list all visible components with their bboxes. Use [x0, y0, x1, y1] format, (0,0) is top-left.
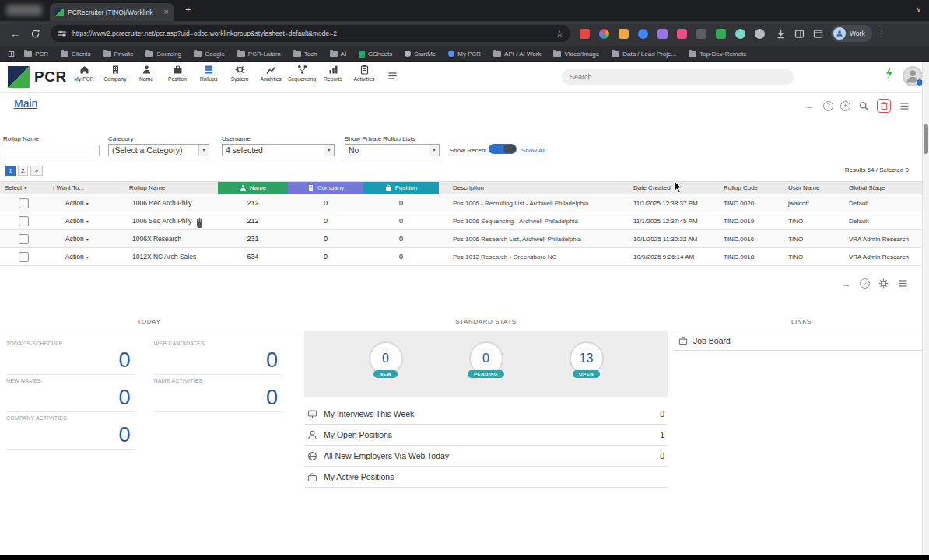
bookmark-item[interactable]: GSheets	[359, 51, 392, 58]
extension-icon[interactable]	[716, 29, 726, 39]
stat-circle-open[interactable]: 13 OPEN	[552, 341, 622, 397]
refresh-button[interactable]	[30, 29, 40, 39]
company-count-cell[interactable]: 0	[288, 217, 363, 225]
name-count-cell[interactable]: 212	[218, 199, 288, 207]
app-logo[interactable]: PCR	[8, 66, 67, 88]
stat-item-open-positions[interactable]: My Open Positions 1	[304, 425, 668, 446]
name-count-cell[interactable]: 231	[218, 235, 288, 243]
rollup-name-cell[interactable]: 1006X Research	[124, 235, 218, 243]
search-icon[interactable]	[857, 100, 870, 113]
bookmark-item[interactable]: AI	[330, 51, 347, 58]
row-checkbox[interactable]	[19, 252, 29, 262]
position-count-cell[interactable]: 0	[363, 199, 439, 207]
action-dropdown[interactable]: Action▾	[48, 199, 124, 207]
extension-icon[interactable]	[735, 29, 745, 39]
settings-gear-icon[interactable]	[877, 277, 889, 290]
row-checkbox[interactable]	[19, 234, 29, 244]
site-settings-icon[interactable]	[58, 29, 67, 38]
help-icon[interactable]: ?	[823, 101, 833, 111]
tab-overflow-chevron-icon[interactable]: ∨	[916, 5, 921, 13]
extension-icon[interactable]	[696, 29, 706, 39]
company-count-cell[interactable]: 0	[288, 253, 363, 261]
bookmark-item[interactable]: PCR	[24, 51, 48, 58]
nav-item-position[interactable]: Position	[162, 65, 193, 82]
add-icon[interactable]: +	[840, 101, 850, 111]
action-dropdown[interactable]: Action▾	[48, 217, 124, 225]
back-button[interactable]: ←	[10, 28, 20, 40]
bookmark-item[interactable]: Clients	[61, 51, 90, 58]
extension-icon[interactable]	[599, 29, 609, 39]
action-dropdown[interactable]: Action▾	[48, 235, 124, 243]
col-position[interactable]: Position	[363, 182, 439, 194]
stat-circle-pending[interactable]: 0 PENDING	[451, 341, 521, 397]
action-dropdown[interactable]: Action▾	[48, 253, 124, 261]
page-button-1[interactable]: 1	[5, 166, 16, 176]
show-all-link[interactable]: Show All	[521, 147, 545, 154]
col-user-name[interactable]: User Name	[784, 184, 847, 191]
nav-item-rollups[interactable]: Rollups	[193, 65, 224, 82]
bookmark-item[interactable]: Sourcing	[145, 51, 181, 58]
extension-icon[interactable]	[580, 29, 590, 39]
browser-tab[interactable]: PCRecruiter (TINO)/Worklink ×	[50, 3, 174, 21]
nav-item-my-pcr[interactable]: My PCR	[68, 65, 100, 82]
nav-item-reports[interactable]: Reports	[317, 65, 349, 82]
col-name[interactable]: Name	[218, 182, 288, 194]
bookmark-item[interactable]: Data / Lead Proje...	[612, 51, 676, 58]
rollup-name-input[interactable]	[2, 145, 100, 156]
row-checkbox[interactable]	[19, 198, 29, 208]
nav-item-system[interactable]: System	[224, 65, 255, 82]
position-count-cell[interactable]: 0	[363, 217, 439, 225]
show-private-select[interactable]: No ▾	[345, 144, 440, 156]
nav-more-menu-icon[interactable]	[387, 70, 398, 84]
page-next-button[interactable]: »	[30, 166, 43, 176]
list-menu-icon[interactable]	[896, 277, 909, 290]
page-title[interactable]: Main	[14, 97, 37, 110]
extensions-menu-icon[interactable]	[755, 29, 765, 39]
expand-columns-icon[interactable]: ↔	[804, 100, 816, 113]
stat-circle-new[interactable]: 0 NEW	[351, 341, 421, 397]
extension-icon[interactable]	[638, 29, 648, 39]
col-rollup-name[interactable]: Rollup Name	[124, 184, 218, 191]
quick-actions-bolt-icon[interactable]	[884, 67, 895, 82]
col-company[interactable]: Company	[288, 182, 363, 194]
bookmark-star-icon[interactable]: ☆	[556, 29, 563, 39]
bookmark-item[interactable]: API / AI Work	[493, 51, 541, 58]
bookmark-item[interactable]: Video/Image	[553, 51, 599, 58]
rollup-name-cell[interactable]: 1006 Rec Arch Phily	[124, 199, 218, 207]
side-panel-icon[interactable]	[813, 29, 823, 39]
username-select[interactable]: 4 selected ▾	[222, 144, 335, 156]
bookmark-item[interactable]: StartMe	[405, 51, 436, 58]
company-count-cell[interactable]: 0	[288, 235, 363, 243]
extension-icon[interactable]	[619, 29, 629, 39]
address-bar[interactable]: ☆	[51, 25, 570, 42]
stat-item-interviews[interactable]: My Interviews This Week 0	[304, 404, 668, 425]
url-input[interactable]	[72, 30, 550, 37]
position-count-cell[interactable]: 0	[363, 235, 439, 243]
stat-item-active-positions[interactable]: My Active Positions	[304, 467, 668, 488]
bookmark-item[interactable]: PCR-Latam	[237, 51, 281, 58]
help-icon[interactable]: ?	[860, 278, 870, 289]
nav-item-sequencing[interactable]: Sequencing	[286, 65, 317, 82]
show-recent-toggle[interactable]	[489, 144, 517, 154]
extension-icon[interactable]	[657, 29, 668, 39]
category-select[interactable]: (Select a Category) ▾	[108, 144, 209, 156]
new-tab-button[interactable]: +	[185, 4, 191, 16]
bookmark-item[interactable]: Tech	[293, 51, 317, 58]
list-menu-icon[interactable]	[898, 100, 910, 113]
position-count-cell[interactable]: 0	[363, 253, 439, 261]
col-rollup-code[interactable]: Rollup Code	[720, 184, 784, 191]
user-avatar[interactable]	[903, 66, 923, 86]
rollup-name-cell[interactable]: 1006 Seq Arch Phily	[124, 217, 218, 225]
page-button-2[interactable]: 2	[18, 166, 28, 176]
nav-item-analytics[interactable]: Analytics	[255, 65, 286, 82]
browser-profile-chip[interactable]: Work	[831, 25, 872, 42]
reading-list-icon[interactable]	[794, 29, 805, 39]
nav-item-activities[interactable]: Activities	[349, 65, 380, 82]
col-i-want-to[interactable]: I Want To...	[48, 184, 124, 191]
extension-icon[interactable]	[677, 29, 687, 39]
tab-close-icon[interactable]: ×	[164, 8, 169, 16]
rollup-name-cell[interactable]: 1012X NC Arch Sales	[124, 253, 218, 261]
bookmark-item[interactable]: My PCR	[448, 51, 481, 58]
delete-button[interactable]	[877, 99, 891, 113]
stat-item-new-employers[interactable]: All New Employers Via Web Today 0	[304, 446, 668, 467]
